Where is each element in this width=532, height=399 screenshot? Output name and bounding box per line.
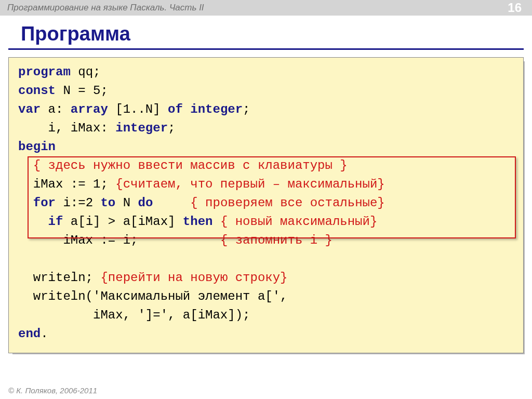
code-text: i, iMax: (18, 121, 115, 135)
code-box-wrap: program qq; const N = 5; var a: array [1… (8, 57, 524, 353)
code-text: a[i] > a[iMax] (63, 215, 182, 229)
slide: Программирование на языке Паскаль. Часть… (0, 0, 532, 399)
code-box: program qq; const N = 5; var a: array [1… (8, 57, 524, 353)
code-text (183, 102, 190, 116)
code-text (18, 215, 48, 229)
code-text: iMax, ']=', a[iMax]); (18, 308, 250, 322)
copyright-text: © К. Поляков, 2006-2011 (8, 386, 97, 395)
kw-end: end (18, 327, 41, 341)
code-text: iMax := i; (18, 233, 220, 247)
kw-integer: integer (115, 121, 168, 135)
kw-integer: integer (190, 102, 243, 116)
title-underline (8, 48, 524, 50)
comment: {перейти на новую строку} (100, 271, 287, 285)
comment: { здесь нужно ввести массив с клавиатуры… (33, 158, 348, 172)
comment: {считаем, что первый – максимальный} (115, 177, 384, 191)
code-text: i:=2 (56, 196, 100, 210)
code-text: . (41, 327, 48, 341)
code-text: ; (168, 121, 175, 135)
course-title: Программирование на языке Паскаль. Часть… (7, 3, 204, 13)
top-bar: Программирование на языке Паскаль. Часть… (0, 0, 532, 16)
kw-if: if (48, 215, 63, 229)
footer-copyright: © К. Поляков, 2006-2011 (8, 386, 97, 395)
kw-to: to (100, 196, 115, 210)
code-text (18, 196, 33, 210)
code-text (212, 215, 220, 229)
kw-array: array (71, 102, 108, 116)
comment: { запомнить i } (220, 233, 332, 247)
kw-for: for (33, 196, 56, 210)
code-text: iMax := 1; (18, 177, 115, 191)
code-text: N (115, 196, 138, 210)
page-number: 16 (508, 1, 522, 15)
code-text: [1..N] (108, 102, 168, 116)
code-text (18, 158, 33, 172)
kw-program: program (18, 65, 71, 79)
kw-then: then (183, 215, 213, 229)
kw-var: var (18, 102, 41, 116)
comment: { проверяем все остальные} (190, 196, 384, 210)
slide-title: Программа (0, 16, 532, 48)
kw-const: const (18, 84, 56, 98)
kw-of: of (168, 102, 183, 116)
code-content: program qq; const N = 5; var a: array [1… (18, 63, 514, 343)
kw-do: do (138, 196, 153, 210)
code-text: writeln('Максимальный элемент a[', (18, 289, 287, 303)
code-text: N = 5; (56, 84, 108, 98)
kw-begin: begin (18, 140, 56, 154)
comment: { новый максимальный} (220, 215, 377, 229)
code-text: qq; (71, 65, 101, 79)
code-text (153, 196, 190, 210)
code-text: ; (243, 102, 250, 116)
code-text: a: (41, 102, 71, 116)
code-text: writeln; (18, 271, 100, 285)
